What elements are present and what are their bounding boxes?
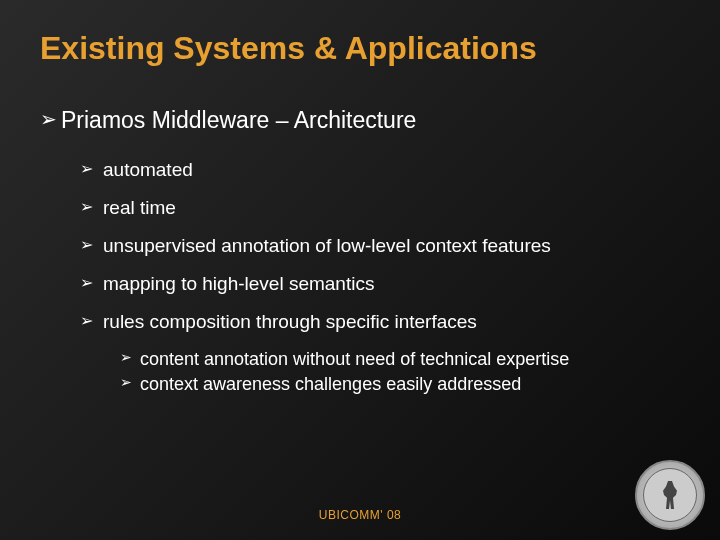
arrow-icon: ➢	[80, 235, 93, 254]
sub-bullet-text: mapping to high-level semantics	[103, 273, 374, 295]
main-bullet: ➢ Priamos Middleware – Architecture	[40, 107, 680, 134]
sub-sub-bullet: ➢ context awareness challenges easily ad…	[120, 374, 680, 395]
arrow-icon: ➢	[80, 197, 93, 216]
sub-sub-bullet-text: context awareness challenges easily addr…	[140, 374, 521, 395]
arrow-icon: ➢	[80, 273, 93, 292]
university-seal-icon	[635, 460, 705, 530]
arrow-icon: ➢	[40, 107, 57, 131]
arrow-icon: ➢	[80, 159, 93, 178]
sub-bullet: ➢ unsupervised annotation of low-level c…	[80, 235, 680, 257]
main-bullet-text: Priamos Middleware – Architecture	[61, 107, 416, 134]
sub-bullet: ➢ real time	[80, 197, 680, 219]
sub-bullet-text: automated	[103, 159, 193, 181]
arrow-icon: ➢	[120, 349, 132, 365]
sub-sub-bullet: ➢ content annotation without need of tec…	[120, 349, 680, 370]
seal-figure-icon	[660, 481, 680, 509]
sub-bullet: ➢ automated	[80, 159, 680, 181]
sub-sub-bullet-text: content annotation without need of techn…	[140, 349, 569, 370]
arrow-icon: ➢	[80, 311, 93, 330]
slide-title: Existing Systems & Applications	[40, 30, 680, 67]
footer-text: UBICOMM' 08	[319, 508, 401, 522]
sub-bullet-text: rules composition through specific inter…	[103, 311, 477, 333]
sub-bullet-text: unsupervised annotation of low-level con…	[103, 235, 551, 257]
slide-container: Existing Systems & Applications ➢ Priamo…	[0, 0, 720, 540]
sub-bullet: ➢ mapping to high-level semantics	[80, 273, 680, 295]
arrow-icon: ➢	[120, 374, 132, 390]
sub-bullet-text: real time	[103, 197, 176, 219]
sub-bullet: ➢ rules composition through specific int…	[80, 311, 680, 333]
seal-inner	[643, 468, 697, 522]
